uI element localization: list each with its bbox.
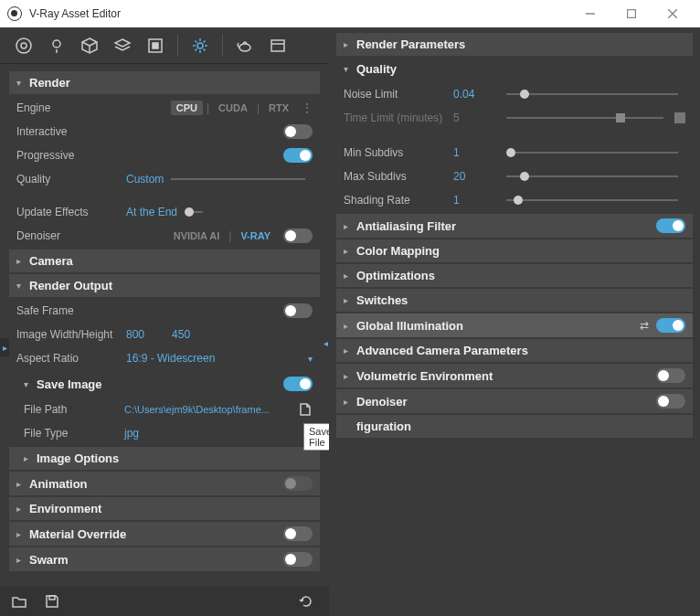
value[interactable]: Custom [126,173,164,186]
max-subdivs-slider[interactable] [506,175,678,177]
toggle-interactive[interactable] [283,124,313,139]
toggle-volumetric[interactable] [656,368,685,383]
section-material-override[interactable]: ▸ Material Override [9,522,320,546]
cube-icon[interactable] [80,37,99,55]
value[interactable]: 16:9 - Widescreen [126,352,215,365]
height-value[interactable]: 450 [172,328,190,341]
min-subdivs-slider[interactable] [506,152,678,154]
update-slider[interactable] [185,211,203,213]
tab-vray[interactable]: V-RAY [235,228,276,243]
shading-slider[interactable] [506,199,678,201]
section-save-image[interactable]: ▾ Save Image [9,372,320,396]
section-image-options[interactable]: ▸ Image Options [9,447,320,470]
section-quality[interactable]: ▾ Quality [336,58,693,80]
svg-line-9 [82,42,90,46]
row-quality: Quality Custom [9,167,320,191]
left-gutter-handle[interactable]: ▸ [0,338,9,356]
chevron-down-icon: ▾ [16,78,26,88]
save-icon[interactable] [44,593,60,610]
width-value[interactable]: 800 [126,328,144,341]
value[interactable]: 0.04 [453,88,499,101]
label: Shading Rate [344,194,453,207]
section-swarm[interactable]: ▸ Swarm [9,547,320,571]
sliders-icon[interactable]: ⇄ [640,319,649,332]
engine-tabs[interactable]: CPU | CUDA | RTX ⋮ [171,101,313,115]
section-antialiasing[interactable]: ▸ Antialiasing Filter [336,214,693,238]
chevron-right-icon: ▸ [344,397,353,407]
section-render-params[interactable]: ▸ Render Parameters [336,33,693,56]
toggle-antialiasing[interactable] [656,218,685,233]
chevron-right-icon: ▸ [344,221,353,231]
app-icon [7,6,22,21]
folder-open-icon[interactable] [11,593,27,610]
chevron-down-icon: ▾ [344,64,353,74]
value[interactable]: 1 [453,194,499,207]
tab-cpu[interactable]: CPU [171,101,203,115]
toggle-denoiser[interactable] [283,228,313,243]
section-title: Save Image [37,377,102,391]
panel-collapse-handle[interactable]: ◂ [323,338,328,348]
label: Update Effects [16,206,126,218]
svg-rect-17 [271,40,284,51]
section-switches[interactable]: ▸ Switches [336,289,693,312]
teapot-icon[interactable] [236,37,254,55]
window-icon[interactable] [269,37,287,55]
noise-slider[interactable] [506,93,678,95]
label: Engine [16,101,126,114]
section-title: Render Output [29,279,112,292]
label: File Path [24,403,124,416]
file-save-icon[interactable] [298,402,313,417]
stop-icon[interactable] [674,112,685,123]
tab-rtx[interactable]: RTX [263,101,294,115]
section-render[interactable]: ▾ Render [9,71,320,94]
value[interactable]: 1 [453,146,499,159]
gear-icon[interactable] [191,37,209,55]
toggle-denoiser-right[interactable] [656,394,685,409]
section-adv-camera[interactable]: ▸ Advanced Camera Parameters [336,339,693,362]
value[interactable]: 20 [453,170,499,183]
label: Aspect Ratio [16,352,126,365]
more-dots-icon[interactable]: ⋮ [302,101,313,114]
toggle-safe-frame[interactable] [283,303,313,318]
undo-icon[interactable] [298,593,314,610]
toggle-progressive[interactable] [283,148,313,163]
row-time-limit: Time Limit (minutes) 5 [336,106,693,130]
section-camera[interactable]: ▸ Camera [9,250,320,272]
section-denoiser-right[interactable]: ▸ Denoiser [336,389,693,413]
sphere-icon[interactable] [15,37,33,55]
layers-icon[interactable] [113,37,132,55]
chevron-right-icon: ▸ [16,504,26,514]
section-title: Advanced Camera Parameters [356,344,528,357]
time-slider [506,117,663,119]
minimize-button[interactable] [569,0,610,27]
light-icon[interactable] [48,37,66,55]
tab-nvidia[interactable]: NVIDIA AI [168,228,226,243]
section-optimizations[interactable]: ▸ Optimizations [336,264,693,287]
value[interactable]: C:\Users\ejm9k\Desktop\frame... [124,404,270,415]
chevron-down-icon[interactable]: ▾ [308,354,313,364]
value[interactable]: jpg [124,427,139,440]
label: Progressive [16,149,126,162]
section-title: Environment [29,502,101,515]
row-shading-rate: Shading Rate 1 [336,188,693,212]
section-animation[interactable]: ▸ Animation [9,472,320,495]
section-configuration[interactable]: ▸ figuration [336,415,693,438]
section-global-illumination[interactable]: ▸ Global Illumination ⇄ [336,313,693,337]
section-title: Antialiasing Filter [356,219,456,233]
tab-cuda[interactable]: CUDA [213,101,253,115]
section-render-output[interactable]: ▾ Render Output [9,274,320,297]
row-aspect-ratio: Aspect Ratio 16:9 - Widescreen ▾ [9,346,320,370]
toggle-animation[interactable] [283,476,313,491]
quality-slider[interactable] [171,178,305,180]
section-environment[interactable]: ▸ Environment [9,497,320,520]
maximize-button[interactable] [610,0,652,27]
section-volumetric[interactable]: ▸ Volumetric Environment [336,364,693,388]
toggle-save-image[interactable] [283,377,313,391]
close-button[interactable] [652,0,693,27]
toggle-swarm[interactable] [283,552,313,567]
frame-icon[interactable] [146,37,164,55]
toggle-gi[interactable] [656,318,685,333]
value[interactable]: At the End [126,206,177,218]
section-color-mapping[interactable]: ▸ Color Mapping [336,239,693,262]
toggle-material-override[interactable] [283,526,313,541]
